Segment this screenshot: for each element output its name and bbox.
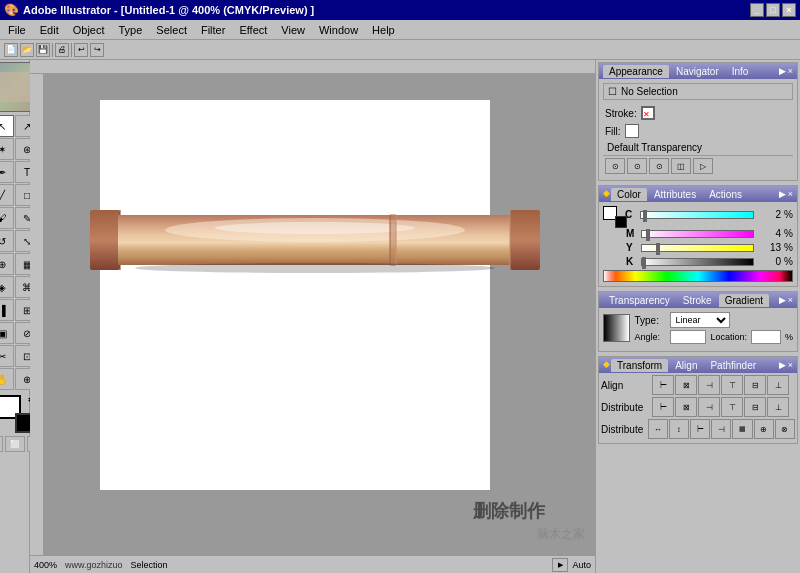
k-slider[interactable] [641, 258, 754, 266]
minimize-button[interactable]: _ [750, 3, 764, 17]
print-button[interactable]: 🖨 [55, 43, 69, 57]
target-btn[interactable]: ◫ [671, 158, 691, 174]
tab-info[interactable]: Info [726, 65, 755, 78]
menu-view[interactable]: View [275, 22, 311, 38]
line-tool[interactable]: ╱ [0, 184, 14, 206]
menu-help[interactable]: Help [366, 22, 401, 38]
align-top-btn[interactable]: ⊤ [721, 375, 743, 395]
m-slider[interactable] [641, 230, 754, 238]
tab-actions[interactable]: Actions [703, 188, 748, 201]
tab-attributes[interactable]: Attributes [648, 188, 702, 201]
add-new-btn[interactable]: ⊙ [605, 158, 625, 174]
select-tool[interactable]: ↖ [0, 115, 14, 137]
k-slider-thumb[interactable] [642, 257, 646, 269]
hand-tool[interactable]: ✋ [0, 368, 14, 390]
transform-panel: ◆ Transform Align Pathfinder ▶ × Align ⊢… [598, 356, 798, 444]
menu-object[interactable]: Object [67, 22, 111, 38]
color-panel-menu[interactable]: ▶ [779, 189, 786, 199]
stroke-color-preview[interactable]: ✕ [641, 106, 655, 120]
canvas-status-bar: 400% www.gozhizuo Selection ▶ Auto [30, 555, 595, 573]
menu-edit[interactable]: Edit [34, 22, 65, 38]
gradient-panel-menu[interactable]: ▶ [779, 295, 786, 305]
document-canvas [100, 100, 490, 490]
new-button[interactable]: 📄 [4, 43, 18, 57]
redo-button[interactable]: ↪ [90, 43, 104, 57]
align-right-btn[interactable]: ⊣ [698, 375, 720, 395]
normal-mode-button[interactable]: □ [0, 436, 3, 452]
tab-gradient[interactable]: Gradient [719, 294, 769, 307]
status-icon1[interactable]: ▶ [552, 558, 568, 572]
save-button[interactable]: 💾 [36, 43, 50, 57]
play-btn[interactable]: ▷ [693, 158, 713, 174]
fill-color-preview[interactable] [625, 124, 639, 138]
dist-center-v-btn[interactable]: ⊟ [744, 397, 766, 417]
dist-bottom-btn[interactable]: ⊥ [767, 397, 789, 417]
rotate-tool[interactable]: ↺ [0, 230, 14, 252]
close-button[interactable]: × [782, 3, 796, 17]
m-slider-thumb[interactable] [646, 229, 650, 241]
appearance-tabs: Appearance Navigator Info [603, 65, 754, 78]
dist2-6-btn[interactable]: ⊕ [754, 419, 774, 439]
paintbrush-tool[interactable]: 🖌 [0, 207, 14, 229]
dist2-3-btn[interactable]: ⊢ [690, 419, 710, 439]
tab-align[interactable]: Align [669, 359, 703, 372]
canvas-area[interactable]: 删除制作 脑木之家 400% www.gozhizuo Selection ▶ … [30, 60, 595, 573]
tab-transform[interactable]: Transform [611, 359, 668, 372]
tab-transparency[interactable]: Transparency [603, 294, 676, 307]
warp-tool[interactable]: ⊕ [0, 253, 14, 275]
menu-file[interactable]: File [2, 22, 32, 38]
tab-pathfinder[interactable]: Pathfinder [704, 359, 762, 372]
align-bottom-btn[interactable]: ⊥ [767, 375, 789, 395]
panel-close-icon[interactable]: × [788, 66, 793, 76]
open-button[interactable]: 📂 [20, 43, 34, 57]
menu-type[interactable]: Type [113, 22, 149, 38]
dist2-4-btn[interactable]: ⊣ [711, 419, 731, 439]
tab-stroke-grad[interactable]: Stroke [677, 294, 718, 307]
main-layout: ↖ ↗ ✶ ⊛ ✒ T ╱ □ 🖌 ✎ ↺ ⤡ ⊕ ▦ ◈ ⌘ [0, 60, 800, 573]
fullscreen-mode-button[interactable]: ⬜ [5, 436, 25, 452]
color-spectrum-bar[interactable] [603, 270, 793, 282]
align-left-btn[interactable]: ⊢ [652, 375, 674, 395]
y-slider-thumb[interactable] [656, 243, 660, 255]
tab-navigator[interactable]: Navigator [670, 65, 725, 78]
angle-input[interactable] [670, 330, 706, 344]
y-slider[interactable] [641, 244, 754, 252]
align-center-h-btn[interactable]: ⊠ [675, 375, 697, 395]
gradient-tool[interactable]: ▣ [0, 322, 14, 344]
undo-button[interactable]: ↩ [74, 43, 88, 57]
c-slider[interactable] [640, 211, 754, 219]
bg-swatch[interactable] [615, 216, 627, 228]
pen-tool[interactable]: ✒ [0, 161, 14, 183]
maximize-button[interactable]: □ [766, 3, 780, 17]
dist2-7-btn[interactable]: ⊗ [775, 419, 795, 439]
c-slider-thumb[interactable] [643, 210, 647, 222]
column-graph-tool[interactable]: ▐ [0, 299, 14, 321]
tab-appearance[interactable]: Appearance [603, 65, 669, 78]
location-input[interactable] [751, 330, 781, 344]
dist-left-btn[interactable]: ⊢ [652, 397, 674, 417]
scissors-tool[interactable]: ✂ [0, 345, 14, 367]
gradient-swatch-row: Type: Linear Radial Angle: Location: % [603, 312, 793, 344]
gradient-type-select[interactable]: Linear Radial [670, 312, 730, 328]
menu-window[interactable]: Window [313, 22, 364, 38]
dist-top-btn[interactable]: ⊤ [721, 397, 743, 417]
menu-select[interactable]: Select [150, 22, 193, 38]
dist-right-btn[interactable]: ⊣ [698, 397, 720, 417]
menu-filter[interactable]: Filter [195, 22, 231, 38]
transform-panel-menu[interactable]: ▶ [779, 360, 786, 370]
panel-menu-icon[interactable]: ▶ [779, 66, 786, 76]
color-panel-close[interactable]: × [788, 189, 793, 199]
magic-wand-tool[interactable]: ✶ [0, 138, 14, 160]
dist-center-h-btn[interactable]: ⊠ [675, 397, 697, 417]
clear-btn[interactable]: ⊙ [649, 158, 669, 174]
dist2-5-btn[interactable]: ▦ [732, 419, 752, 439]
gradient-panel-close[interactable]: × [788, 295, 793, 305]
dist2-1-btn[interactable]: ↔ [648, 419, 668, 439]
dist2-2-btn[interactable]: ↕ [669, 419, 689, 439]
new-effect-btn[interactable]: ⊙ [627, 158, 647, 174]
menu-effect[interactable]: Effect [233, 22, 273, 38]
transform-panel-close[interactable]: × [788, 360, 793, 370]
tab-color[interactable]: Color [611, 188, 647, 201]
blend-tool[interactable]: ◈ [0, 276, 14, 298]
align-center-v-btn[interactable]: ⊟ [744, 375, 766, 395]
